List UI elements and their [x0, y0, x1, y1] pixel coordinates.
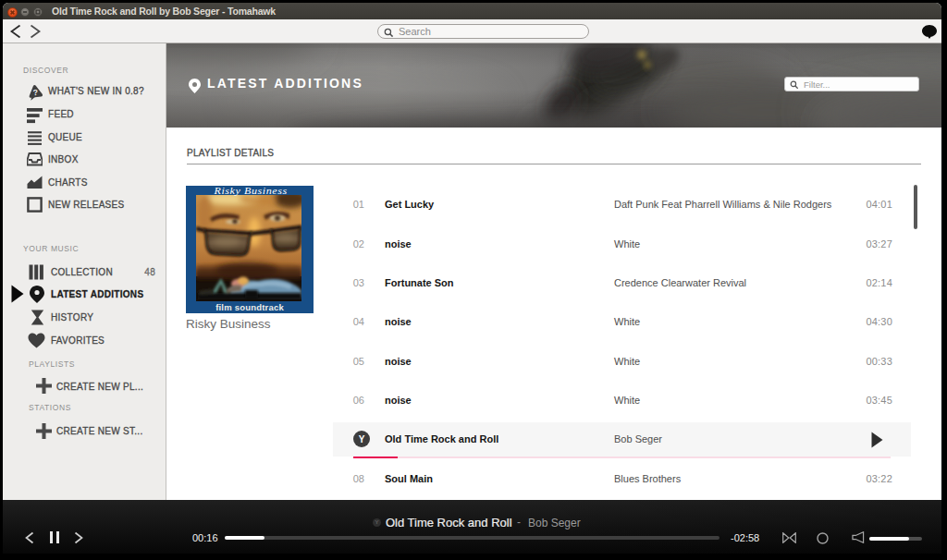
- svg-text:film soundtrack: film soundtrack: [215, 302, 284, 312]
- svg-text:Risky Business: Risky Business: [213, 186, 288, 195]
